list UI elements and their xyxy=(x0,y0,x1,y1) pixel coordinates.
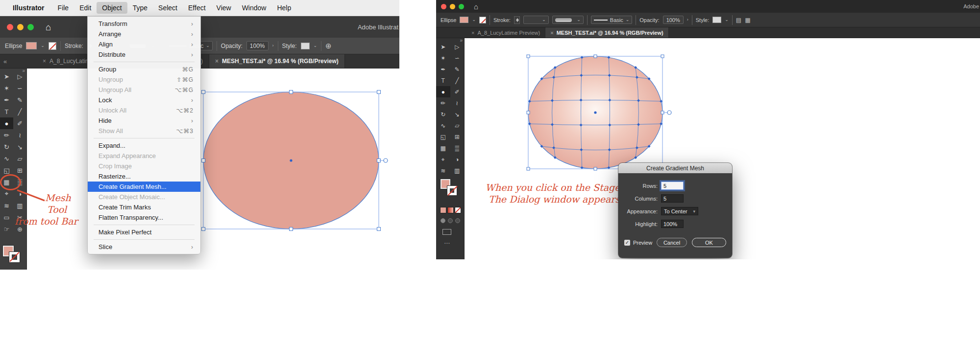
stroke-swatch[interactable] xyxy=(9,252,20,262)
columns-input[interactable] xyxy=(661,194,684,203)
lasso-tool[interactable]: ∽ xyxy=(450,52,465,64)
cancel-button[interactable]: Cancel xyxy=(657,238,687,247)
menu-item-arrange[interactable]: Arrange› xyxy=(88,29,200,39)
draw-normal-icon[interactable] xyxy=(441,218,445,223)
traffic-light-minimize[interactable] xyxy=(17,24,24,30)
close-tab-icon[interactable]: × xyxy=(43,58,46,65)
chevron-down-icon[interactable]: ⌄ xyxy=(41,44,45,48)
color-swatch-icon[interactable] xyxy=(441,207,446,213)
draw-inside-icon[interactable] xyxy=(455,218,460,223)
traffic-light-minimize[interactable] xyxy=(450,4,455,9)
stroke-none-icon[interactable] xyxy=(49,42,56,50)
close-tab-icon[interactable]: × xyxy=(471,30,474,36)
document-setup-icon[interactable]: ⊕ xyxy=(325,42,332,50)
menu-item-ungroup[interactable]: Ungroup⇧⌘G xyxy=(88,74,200,85)
scale-tool[interactable]: ↘ xyxy=(450,109,465,120)
more-options-icon[interactable]: ⋯ xyxy=(444,240,451,247)
curvature-tool[interactable]: ✎ xyxy=(13,94,26,106)
menu-item-show-all[interactable]: Show All⌥⌘3 xyxy=(88,126,200,136)
eyedropper-tool[interactable]: ⌖ xyxy=(436,154,450,165)
paintbrush-tool[interactable]: ✐ xyxy=(13,117,26,129)
free-transform-tool[interactable]: ▱ xyxy=(13,153,26,164)
home-icon[interactable]: ⌂ xyxy=(46,23,51,32)
chevron-down-icon[interactable]: ⌄ xyxy=(314,44,318,48)
selection-tool[interactable]: ➤ xyxy=(436,41,450,52)
menu-item-align[interactable]: Align› xyxy=(88,39,200,49)
blend-tool[interactable]: ◑ xyxy=(450,154,465,165)
brush-select[interactable]: Basic ⌄ xyxy=(591,16,632,24)
fill-color-swatch[interactable] xyxy=(460,17,468,23)
shaper-tool[interactable]: ≀ xyxy=(450,97,465,109)
traffic-light-zoom[interactable] xyxy=(27,24,34,30)
rotate-tool[interactable]: ↻ xyxy=(436,109,450,120)
scale-tool[interactable]: ↘ xyxy=(13,141,26,153)
menu-item-hide[interactable]: Hide› xyxy=(88,115,200,126)
gradient-tool[interactable]: ▒ xyxy=(450,142,465,154)
width-tool[interactable]: ∿ xyxy=(0,153,13,164)
app-menu-illustrator[interactable]: Illustrator xyxy=(8,2,49,14)
close-tab-icon[interactable]: × xyxy=(550,30,553,36)
traffic-light-zoom[interactable] xyxy=(459,4,464,9)
hand-tool[interactable]: ☞ xyxy=(0,223,13,235)
chevron-right-icon[interactable]: › xyxy=(272,44,274,48)
tab-mesh-test[interactable]: × MESH_TEST.ai* @ 16.94 % (RGB/Preview) xyxy=(209,54,345,68)
line-segment-tool[interactable]: ╱ xyxy=(450,75,465,86)
ellipse-tool[interactable]: ● xyxy=(0,117,13,129)
column-graph-tool[interactable]: ▥ xyxy=(450,165,465,176)
symbol-sprayer-tool[interactable]: ≋ xyxy=(0,200,13,211)
menu-item-ungroup-all[interactable]: Ungroup All⌥⌘G xyxy=(88,85,200,95)
width-profile-select[interactable]: ⌄ xyxy=(552,16,584,24)
menu-item-crop-image[interactable]: Crop Image xyxy=(88,161,200,171)
menu-item-create-object-mosaic[interactable]: Create Object Mosaic... xyxy=(88,192,200,202)
menu-item-make-pixel-perfect[interactable]: Make Pixel Perfect xyxy=(88,227,200,237)
perspective-grid-tool[interactable]: ⊞ xyxy=(13,164,26,176)
curvature-tool[interactable]: ✎ xyxy=(450,64,465,75)
menu-item-slice[interactable]: Slice› xyxy=(88,242,200,252)
tab-lucylatime[interactable]: × A_8_LucyLatime Preview) xyxy=(466,27,545,38)
menu-view[interactable]: View xyxy=(211,2,237,14)
menu-item-expand[interactable]: Expand... xyxy=(88,140,200,151)
shaper-tool[interactable]: ≀ xyxy=(13,129,26,141)
free-transform-tool[interactable]: ▱ xyxy=(450,120,465,131)
menu-item-flatten-transparency[interactable]: Flatten Transparency... xyxy=(88,212,200,223)
pencil-tool[interactable]: ✏ xyxy=(436,97,450,109)
close-tab-icon[interactable]: × xyxy=(215,58,219,65)
menu-item-distribute[interactable]: Distribute› xyxy=(88,49,200,60)
menu-help[interactable]: Help xyxy=(271,2,296,14)
menu-item-create-gradient-mesh[interactable]: Create Gradient Mesh... xyxy=(88,182,200,192)
grid-panels-icon[interactable]: ▦ xyxy=(745,17,750,23)
rows-input[interactable] xyxy=(661,182,684,190)
ok-button[interactable]: OK xyxy=(692,238,726,247)
rotate-tool[interactable]: ↻ xyxy=(0,141,13,153)
opacity-value[interactable]: 100% xyxy=(663,16,684,24)
magic-wand-tool[interactable]: ✶ xyxy=(0,82,13,94)
menu-item-unlock-all[interactable]: Unlock All⌥⌘2 xyxy=(88,105,200,115)
highlight-input[interactable] xyxy=(661,220,684,228)
expand-toolbar-icon[interactable]: » xyxy=(22,68,25,73)
menu-file[interactable]: File xyxy=(52,2,74,14)
type-tool[interactable]: T xyxy=(0,106,13,117)
perspective-grid-tool[interactable]: ⊞ xyxy=(450,131,465,142)
chevron-down-icon[interactable]: ⌄ xyxy=(725,18,729,22)
tab-mesh-test[interactable]: × MESH_TEST.ai* @ 16.94 % (RGB/Preview) xyxy=(545,27,668,38)
style-swatch[interactable] xyxy=(712,17,721,23)
menu-item-rasterize[interactable]: Rasterize... xyxy=(88,171,200,182)
menu-item-group[interactable]: Group⌘G xyxy=(88,64,200,74)
preview-checkbox[interactable]: ✓ xyxy=(624,240,630,246)
menu-object[interactable]: Object xyxy=(97,2,127,14)
gradient-swatch-icon[interactable] xyxy=(448,207,453,213)
menu-item-lock[interactable]: Lock› xyxy=(88,95,200,105)
menu-window[interactable]: Window xyxy=(237,2,272,14)
style-swatch[interactable] xyxy=(301,43,310,49)
pen-tool[interactable]: ✒ xyxy=(436,64,450,75)
chevron-right-icon[interactable]: › xyxy=(687,18,688,22)
selection-tool[interactable]: ➤ xyxy=(0,70,13,82)
magic-wand-tool[interactable]: ✶ xyxy=(436,52,450,64)
mesh-tool[interactable]: ▦ xyxy=(436,142,450,154)
menu-item-expand-appearance[interactable]: Expand Appearance xyxy=(88,151,200,161)
menu-edit[interactable]: Edit xyxy=(74,2,97,14)
menu-item-create-trim-marks[interactable]: Create Trim Marks xyxy=(88,202,200,212)
menu-item-transform[interactable]: Transform› xyxy=(88,19,200,29)
pen-tool[interactable]: ✒ xyxy=(0,94,13,106)
screen-mode-icon[interactable] xyxy=(442,229,451,235)
